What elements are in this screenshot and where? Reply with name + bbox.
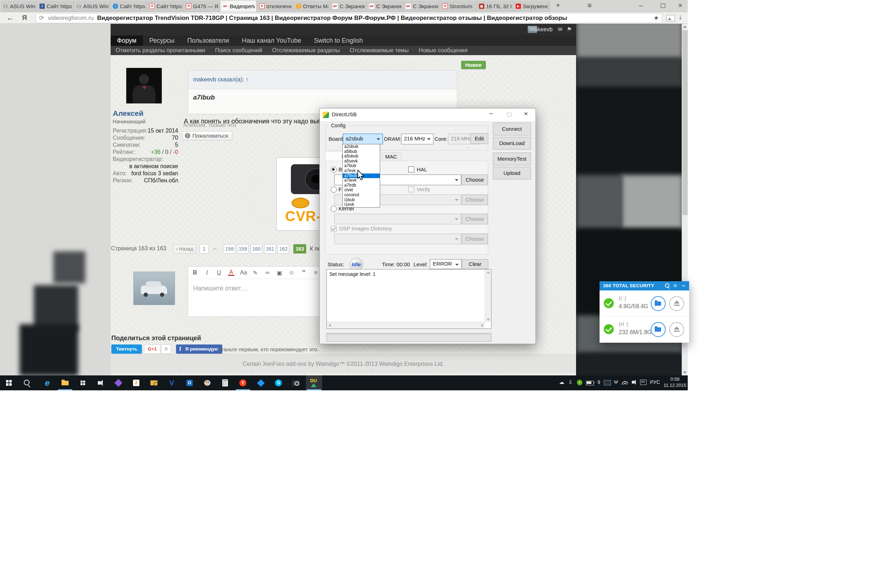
inbox-icon[interactable]: ✉ xyxy=(558,26,563,33)
subnav-mark-read[interactable]: Отметить разделы прочитанными xyxy=(111,46,210,55)
tray-monitor-icon[interactable] xyxy=(604,380,611,386)
browser-tab[interactable]: ЯСайт https: xyxy=(147,1,183,12)
taskbar-app-icon[interactable] xyxy=(252,375,269,390)
align-icon[interactable]: ≡ xyxy=(312,270,319,276)
taskbar-skype-icon[interactable]: S xyxy=(270,375,287,390)
eject-drive-button[interactable] xyxy=(669,296,684,311)
taskbar-2gis-icon[interactable]: 2 xyxy=(128,375,144,390)
dialog-minimize-button[interactable]: – xyxy=(483,110,499,117)
level-combobox[interactable]: ERROR xyxy=(430,259,462,269)
browser-tab[interactable]: ЯStrontium xyxy=(440,1,476,12)
clear-button[interactable]: Clear xyxy=(462,259,488,269)
taskbar-paint-icon[interactable] xyxy=(199,375,215,390)
browser-tab[interactable]: (·)ASUS Wirel xyxy=(1,1,37,12)
underline-icon[interactable]: U xyxy=(216,270,222,276)
italic-icon[interactable]: I xyxy=(204,270,210,276)
taskbar-directusb-icon[interactable]: DU xyxy=(306,375,322,390)
choose-button-2[interactable]: Choose xyxy=(462,195,488,205)
board-option[interactable]: a7bub xyxy=(343,164,380,168)
tweet-button[interactable]: Твитнуть xyxy=(111,345,142,354)
dram-combobox[interactable]: 216 MHz xyxy=(401,134,434,144)
window-restore-button[interactable] xyxy=(656,3,670,9)
board-option[interactable]: coconut xyxy=(343,193,380,198)
verify-checkbox[interactable] xyxy=(408,186,414,192)
reload-icon[interactable]: ⟳ xyxy=(39,14,44,23)
font-size-icon[interactable]: Aa xyxy=(240,270,246,276)
subnav-new-posts[interactable]: Новые сообщения xyxy=(414,46,472,55)
log-horizontal-scrollbar[interactable] xyxy=(327,322,485,328)
downloads-icon[interactable]: ↓ xyxy=(679,13,682,21)
dsp-checkbox[interactable] xyxy=(331,226,337,232)
pagination-page[interactable]: 159 xyxy=(237,244,249,254)
memorytest-button[interactable]: MemoryTest xyxy=(493,153,531,165)
yandex-logo[interactable]: Я xyxy=(22,14,27,22)
taskbar-camera-icon[interactable] xyxy=(288,375,304,390)
edit-button[interactable]: Edit xyxy=(470,134,488,144)
upload-button[interactable]: Upload xyxy=(493,167,531,180)
board-option[interactable]: civet xyxy=(343,188,380,193)
taskbar-explorer-icon[interactable] xyxy=(57,375,73,390)
image-icon[interactable]: ▣ xyxy=(276,270,283,276)
text-color-icon[interactable]: A xyxy=(228,270,234,276)
taskbar-store-icon[interactable] xyxy=(75,375,91,390)
browser-menu-button[interactable]: ≡ xyxy=(583,0,596,10)
taskbar-outlook-icon[interactable]: O xyxy=(181,375,198,390)
menu-icon[interactable]: ≡ xyxy=(674,281,677,291)
bookmark-star-icon[interactable]: ★ xyxy=(653,14,659,23)
pagination-page[interactable]: 160 xyxy=(251,244,262,254)
tray-360-icon[interactable]: + xyxy=(577,380,583,386)
download-button[interactable]: DownLoad xyxy=(493,137,531,150)
tray-clock-time[interactable]: 0:59 xyxy=(664,376,686,382)
browser-tab[interactable]: ВРС Экраном xyxy=(330,1,366,12)
nav-item-forum[interactable]: Форум xyxy=(111,36,143,46)
board-option[interactable]: a5sevk xyxy=(343,159,380,164)
board-combobox[interactable]: a2sbub xyxy=(343,134,383,144)
taskbar-edge-icon[interactable]: e xyxy=(39,375,56,390)
board-option[interactable]: i1bub xyxy=(343,198,380,202)
quote-header-link[interactable]: makeevb сказал(а): ↑ xyxy=(188,70,457,89)
link-icon[interactable]: ∞ xyxy=(264,270,270,276)
board-option[interactable]: a2sbub xyxy=(343,144,380,149)
tray-language-indicator[interactable]: РУС xyxy=(650,380,660,385)
tray-message-icon[interactable] xyxy=(640,380,646,385)
browser-tab[interactable]: ВРС Экраном xyxy=(404,1,440,12)
alerts-flag-icon[interactable]: ⚑ xyxy=(567,26,572,33)
radio-option-kernel[interactable] xyxy=(331,206,337,212)
tray-usb-icon[interactable]: Ψ xyxy=(614,379,619,385)
taskbar-search-button[interactable] xyxy=(18,375,35,390)
taskbar-calculator-icon[interactable] xyxy=(217,375,233,390)
reply-avatar[interactable] xyxy=(134,272,175,305)
new-tab-button[interactable]: + xyxy=(552,0,564,10)
page-photo-icon[interactable] xyxy=(667,15,675,21)
taskbar-file-search-icon[interactable] xyxy=(146,375,162,390)
browser-tab[interactable]: ▶Загружено xyxy=(514,1,550,12)
smilies-icon[interactable]: ☺ xyxy=(288,270,295,276)
author-name-link[interactable]: Алексей xyxy=(113,109,143,118)
remove-format-icon[interactable]: ✎ xyxy=(252,270,258,276)
browser-tab[interactable]: Яотключени xyxy=(257,1,293,12)
subnav-watched-threads[interactable]: Отслеживаемые темы xyxy=(345,46,414,55)
security-panel-header[interactable]: 360 TOTAL SECURITY ≡ – xyxy=(599,281,689,291)
pagination-page[interactable]: 1 xyxy=(200,244,209,254)
taskbar-yandex-browser-icon[interactable]: Y xyxy=(235,375,251,390)
log-vertical-scrollbar[interactable] xyxy=(485,270,491,322)
browser-tab[interactable]: iСайт https: xyxy=(111,1,147,12)
taskbar-vpn-icon[interactable]: V xyxy=(164,375,180,390)
facebook-recommend-button[interactable]: fЯ рекомендую xyxy=(176,345,222,354)
file-combobox-3[interactable] xyxy=(334,214,461,224)
nav-item-youtube[interactable]: Наш канал YouTube xyxy=(236,36,308,46)
address-bar[interactable]: ⟳ videoregforum.ru Видеорегистратор Tren… xyxy=(36,13,662,23)
post-author-avatar[interactable] xyxy=(126,68,162,104)
board-option[interactable]: i1evk xyxy=(343,202,380,207)
open-drive-button[interactable] xyxy=(651,322,666,337)
browser-tab-active[interactable]: ВРВидеореги× xyxy=(221,1,257,12)
open-drive-button[interactable] xyxy=(651,296,666,311)
subnav-watched-forums[interactable]: Отслеживаемые разделы xyxy=(267,46,345,55)
nav-item-resources[interactable]: Ресурсы xyxy=(143,36,181,46)
pagination-page[interactable]: 162 xyxy=(278,244,289,254)
browser-tab[interactable]: ▦16 ГБ, 32 Г xyxy=(477,1,513,12)
file-combobox-4[interactable] xyxy=(334,234,461,244)
bold-icon[interactable]: B xyxy=(192,270,198,276)
pagination-page[interactable]: 158 xyxy=(224,244,235,254)
start-button[interactable] xyxy=(1,375,17,390)
